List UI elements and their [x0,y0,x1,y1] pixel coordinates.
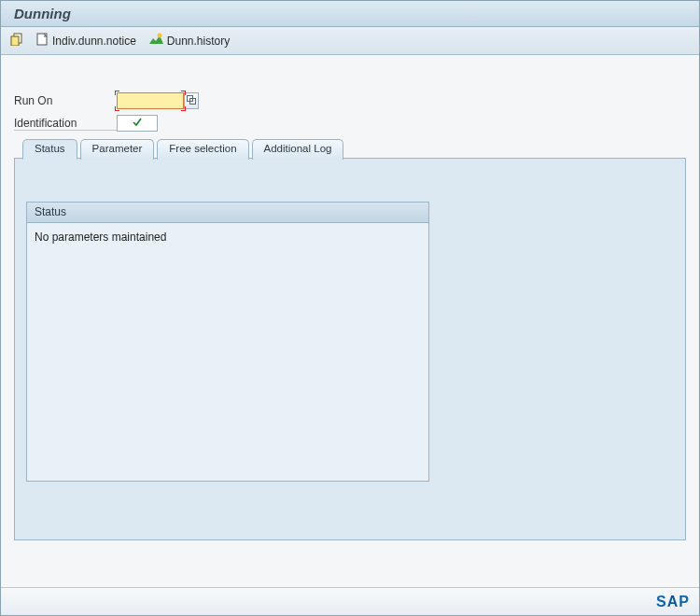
status-group-header: Status [27,203,428,223]
tab-additional-log[interactable]: Additional Log [252,139,344,160]
identification-label: Identification [14,117,117,131]
status-groupbox: Status No parameters maintained [26,202,429,482]
indiv-dunn-notice-label: Indiv.dunn.notice [52,35,136,48]
identification-row: Identification [14,113,686,133]
tab-status[interactable]: Status [22,139,77,160]
tabstrip: Status Parameter Free selection Addition… [14,158,686,540]
titlebar: Dunning [1,1,699,27]
document-icon [36,33,49,49]
identification-input[interactable] [117,115,158,132]
tab-free-selection-label: Free selection [169,143,236,154]
application-toolbar: Indiv.dunn.notice Dunn.history [1,27,699,55]
tab-row: Status Parameter Free selection Addition… [22,139,346,160]
dunn-history-button[interactable]: Dunn.history [149,33,230,49]
history-icon [149,33,163,49]
checkmark-icon [132,117,143,131]
schedule-button[interactable] [10,33,23,49]
status-group-content: No parameters maintained [27,223,428,251]
status-message: No parameters maintained [35,231,166,244]
run-on-label: Run On [14,94,117,107]
tab-free-selection[interactable]: Free selection [157,139,248,160]
svg-rect-1 [11,36,19,46]
indiv-dunn-notice-button[interactable]: Indiv.dunn.notice [36,33,136,49]
statusbar: SAP [1,587,699,615]
schedule-icon [10,33,23,49]
tab-status-label: Status [35,143,65,154]
sap-logo: SAP [656,594,690,610]
content-area: Run On Identification [1,55,699,587]
page-title: Dunning [14,6,71,21]
run-on-input[interactable] [117,92,184,109]
tab-additional-log-label: Additional Log [264,143,332,154]
svg-point-4 [157,34,161,38]
value-help-icon [187,94,196,107]
tab-parameter[interactable]: Parameter [80,139,155,160]
run-on-search-help-button[interactable] [184,92,199,109]
run-on-row: Run On [14,91,686,111]
dunn-history-label: Dunn.history [167,35,230,48]
sap-window: Dunning Indiv.dunn.notice [0,0,700,616]
tab-body: Status No parameters maintained [15,159,685,539]
tab-parameter-label: Parameter [92,143,143,154]
